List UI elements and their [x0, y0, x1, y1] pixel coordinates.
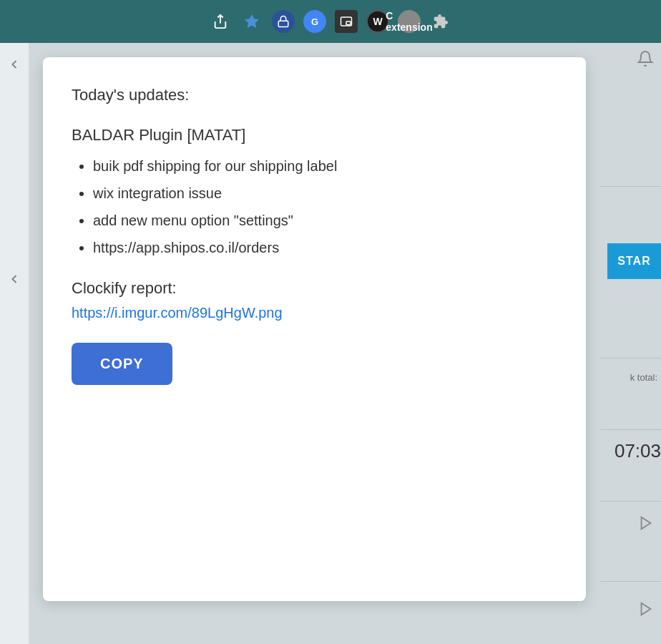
divider-mid2: [600, 429, 661, 430]
time-display: 07:03: [615, 440, 661, 462]
list-item: add new menu option "settings": [93, 210, 557, 230]
play-button-bottom[interactable]: [638, 601, 654, 620]
share-icon[interactable]: [209, 10, 232, 33]
bell-icon[interactable]: [637, 50, 654, 72]
list-item: buik pdf shipping for our shipping label: [93, 156, 557, 176]
pip-icon[interactable]: [335, 10, 358, 33]
right-sidebar: STAR k total: 07:03: [600, 43, 661, 644]
left-sidebar: [0, 43, 29, 644]
divider-bottom2: [600, 581, 661, 582]
left-arrow-bottom[interactable]: [7, 272, 21, 286]
week-total-label: k total:: [630, 372, 657, 383]
star-icon[interactable]: [240, 10, 263, 33]
privacy-badger-icon[interactable]: [272, 10, 295, 33]
divider-bottom1: [600, 501, 661, 502]
bullet-list: buik pdf shipping for our shipping label…: [72, 156, 557, 258]
extensions-icon[interactable]: [429, 10, 452, 33]
modal-card: Today's updates: BALDAR Plugin [MATAT] b…: [43, 57, 586, 601]
copy-button[interactable]: COPY: [72, 343, 172, 385]
clockify-label: Clockify report:: [72, 279, 557, 298]
center-area: Today's updates: BALDAR Plugin [MATAT] b…: [29, 43, 600, 644]
clockify-link[interactable]: https://i.imgur.com/89LgHgW.png: [72, 305, 557, 321]
svg-rect-4: [346, 21, 351, 25]
list-item: wix integration issue: [93, 183, 557, 203]
divider-top: [600, 186, 661, 187]
browser-toolbar: G W C extension: [0, 0, 661, 43]
svg-marker-1: [245, 15, 258, 27]
main-content: Today's updates: BALDAR Plugin [MATAT] b…: [0, 43, 661, 644]
today-updates-label: Today's updates:: [72, 86, 557, 104]
plugin-title: BALDAR Plugin [MATAT]: [72, 126, 557, 145]
svg-marker-5: [642, 517, 651, 530]
c-extension-icon[interactable]: C extension: [398, 10, 421, 33]
google-translate-icon[interactable]: G: [303, 10, 326, 33]
divider-mid: [600, 358, 661, 358]
start-button[interactable]: STAR: [607, 243, 661, 279]
left-arrow-top[interactable]: [7, 57, 21, 72]
svg-marker-6: [642, 603, 651, 615]
svg-rect-2: [278, 21, 288, 26]
clockify-section: Clockify report: https://i.imgur.com/89L…: [72, 279, 557, 321]
list-item link-item: https://app.shipos.co.il/orders: [93, 238, 557, 258]
play-button-top[interactable]: [638, 515, 654, 535]
